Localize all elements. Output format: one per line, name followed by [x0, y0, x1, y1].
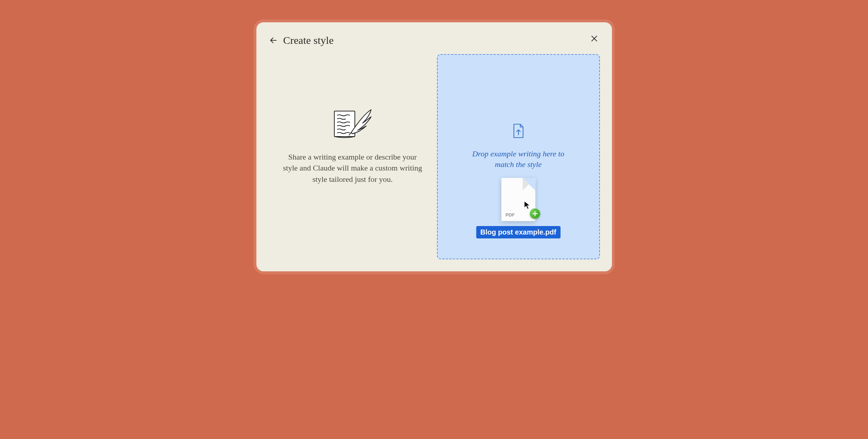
add-badge: [530, 208, 540, 219]
dragged-file-preview: PDF Blog post example.pdf: [476, 178, 560, 238]
x-icon: [590, 34, 598, 43]
description-text: Share a writing example or describe your…: [282, 151, 424, 185]
plus-icon: [532, 211, 538, 216]
create-style-modal: Create style: [254, 19, 615, 274]
file-dropzone[interactable]: Drop example writing here to match the s…: [437, 54, 600, 259]
close-button[interactable]: [589, 33, 600, 44]
pdf-file-icon: PDF: [501, 178, 535, 221]
modal-content: Share a writing example or describe your…: [268, 48, 600, 259]
description-panel: Share a writing example or describe your…: [268, 54, 437, 259]
arrow-left-icon: [269, 36, 278, 45]
back-button[interactable]: [268, 35, 278, 45]
modal-header: Create style: [268, 33, 600, 48]
dropzone-text: Drop example writing here to match the s…: [471, 149, 566, 169]
file-upload-icon: [511, 123, 526, 140]
cursor-icon: [524, 201, 531, 209]
dragged-file-name: Blog post example.pdf: [476, 226, 560, 238]
quill-paper-icon: [331, 108, 374, 139]
modal-title: Create style: [283, 34, 334, 46]
file-type-label: PDF: [506, 212, 515, 218]
